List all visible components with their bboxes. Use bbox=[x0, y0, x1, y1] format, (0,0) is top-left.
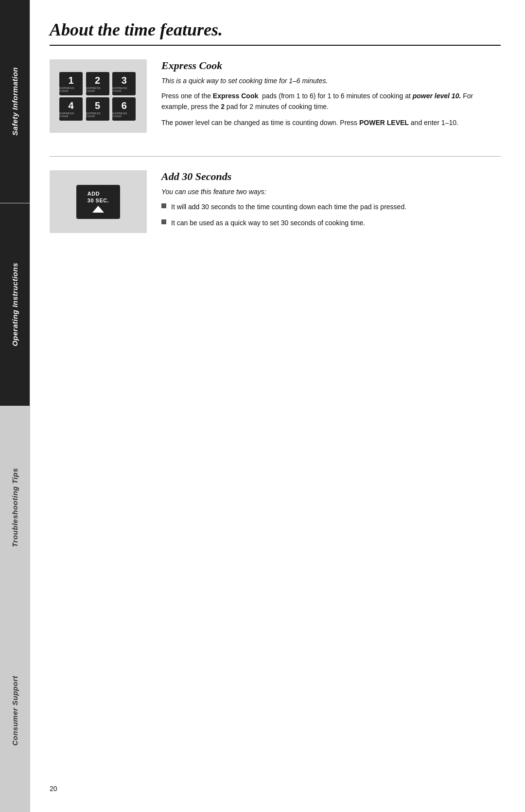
express-btn-3[interactable]: 3 EXPRESS COOK bbox=[112, 72, 136, 95]
sidebar-section-operating[interactable]: Operating Instructions bbox=[0, 203, 30, 407]
express-cook-grid: 1 EXPRESS COOK 2 EXPRESS COOK 3 EXPRESS … bbox=[59, 72, 137, 121]
express-btn-1-number: 1 bbox=[68, 75, 73, 86]
add30-button-text: ADD 30 SEC. bbox=[88, 191, 109, 203]
add30-title: Add 30 Seconds bbox=[161, 170, 501, 183]
express-cook-body1: Press one of the Express Cook pads (from… bbox=[161, 90, 501, 112]
add30-arrow-icon bbox=[92, 206, 104, 213]
sidebar-label-troubleshooting: Troubleshooting Tips bbox=[11, 468, 19, 547]
add30-button[interactable]: ADD 30 SEC. bbox=[76, 185, 120, 219]
express-cook-image: 1 EXPRESS COOK 2 EXPRESS COOK 3 EXPRESS … bbox=[50, 59, 147, 133]
add30-content: Add 30 Seconds You can use this feature … bbox=[161, 170, 501, 233]
add30-line1: ADD bbox=[88, 191, 100, 197]
sidebar-section-troubleshooting[interactable]: Troubleshooting Tips bbox=[0, 406, 30, 610]
express-btn-1[interactable]: 1 EXPRESS COOK bbox=[59, 72, 83, 95]
sidebar-label-safety: Safety Information bbox=[11, 67, 19, 136]
express-btn-5-number: 5 bbox=[95, 100, 100, 111]
main-content: About the time features. 1 EXPRESS COOK … bbox=[30, 0, 525, 812]
express-btn-1-label: EXPRESS COOK bbox=[59, 87, 83, 92]
add30-bullet-1: It will add 30 seconds to the time count… bbox=[161, 201, 501, 212]
express-btn-6-label: EXPRESS COOK bbox=[112, 112, 136, 118]
express-btn-2[interactable]: 2 EXPRESS COOK bbox=[86, 72, 109, 95]
express-btn-6[interactable]: 6 EXPRESS COOK bbox=[112, 97, 136, 121]
sidebar-section-safety[interactable]: Safety Information bbox=[0, 0, 30, 203]
section-divider bbox=[50, 156, 501, 157]
express-btn-6-number: 6 bbox=[122, 100, 127, 111]
add30-bullet-2-text: It can be used as a quick way to set 30 … bbox=[171, 217, 365, 228]
sidebar: Safety Information Operating Instruction… bbox=[0, 0, 30, 812]
sidebar-section-consumer[interactable]: Consumer Support bbox=[0, 610, 30, 812]
page-number: 20 bbox=[50, 775, 501, 793]
add30-line2: 30 SEC. bbox=[88, 198, 109, 203]
express-btn-5[interactable]: 5 EXPRESS COOK bbox=[86, 97, 109, 121]
sidebar-label-operating: Operating Instructions bbox=[11, 263, 19, 346]
express-btn-4[interactable]: 4 EXPRESS COOK bbox=[59, 97, 83, 121]
express-cook-section: 1 EXPRESS COOK 2 EXPRESS COOK 3 EXPRESS … bbox=[50, 59, 501, 133]
title-divider bbox=[50, 45, 501, 46]
express-btn-5-label: EXPRESS COOK bbox=[86, 112, 109, 118]
add30-subtitle: You can use this feature two ways: bbox=[161, 188, 501, 196]
express-cook-subtitle: This is a quick way to set cooking time … bbox=[161, 77, 501, 85]
express-btn-3-label: EXPRESS COOK bbox=[112, 87, 136, 92]
express-btn-3-number: 3 bbox=[122, 75, 127, 86]
page-title: About the time features. bbox=[50, 19, 501, 40]
express-cook-content: Express Cook This is a quick way to set … bbox=[161, 59, 501, 133]
add30-bullet-list: It will add 30 seconds to the time count… bbox=[161, 201, 501, 228]
express-btn-4-number: 4 bbox=[68, 100, 73, 111]
express-btn-4-label: EXPRESS COOK bbox=[59, 112, 83, 118]
add30-bullet-1-text: It will add 30 seconds to the time count… bbox=[171, 201, 406, 212]
express-btn-2-number: 2 bbox=[95, 75, 100, 86]
add30-section: ADD 30 SEC. Add 30 Seconds You can use t… bbox=[50, 170, 501, 233]
express-cook-body2: The power level can be changed as time i… bbox=[161, 117, 501, 128]
bullet-icon-1 bbox=[161, 203, 166, 208]
add30-image: ADD 30 SEC. bbox=[50, 170, 147, 233]
express-cook-title: Express Cook bbox=[161, 59, 501, 72]
add30-bullet-2: It can be used as a quick way to set 30 … bbox=[161, 217, 501, 228]
express-btn-2-label: EXPRESS COOK bbox=[86, 87, 109, 92]
sidebar-label-consumer: Consumer Support bbox=[11, 676, 19, 746]
bullet-icon-2 bbox=[161, 219, 166, 224]
